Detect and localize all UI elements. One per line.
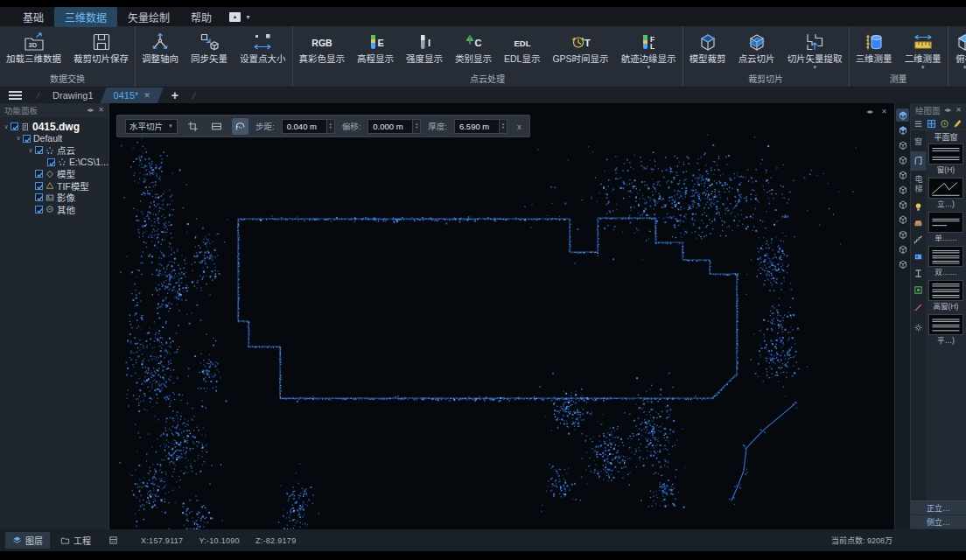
close-icon[interactable]: ✕: [881, 108, 887, 116]
close-icon[interactable]: ✕: [98, 106, 104, 115]
tree-item--[interactable]: 影像: [0, 192, 108, 204]
measure-3d-button[interactable]: 三维测量: [850, 29, 899, 72]
tree-item-0415-dwg[interactable]: ∨0415.dwg: [0, 121, 108, 133]
expander-icon[interactable]: ∨: [26, 147, 35, 154]
visibility-checkbox[interactable]: [35, 206, 43, 214]
rgb-button[interactable]: RGB真彩色显示: [293, 29, 352, 72]
slice-extract-button[interactable]: 切片矢量提取▼: [781, 29, 849, 72]
bottom-tab-工程[interactable]: 工程: [53, 532, 98, 549]
offset-spinner[interactable]: ▲▼: [413, 119, 421, 134]
new-tab-button[interactable]: +: [172, 88, 178, 102]
gps-time-button[interactable]: TGPS时间显示: [546, 29, 614, 72]
pin-icon[interactable]: ◂▸: [944, 106, 951, 115]
view-nw-iso-icon[interactable]: [896, 242, 909, 256]
list-icon[interactable]: [913, 118, 924, 130]
edl-button[interactable]: EDLEDL显示: [498, 29, 546, 72]
menu-item-3[interactable]: 矢量绘制: [117, 7, 180, 27]
catalog-item-3[interactable]: 单……: [928, 212, 963, 243]
view-se-iso-icon[interactable]: [896, 213, 909, 226]
elevation-button[interactable]: E高程显示: [351, 29, 400, 72]
expander-icon[interactable]: ∨: [2, 123, 10, 130]
frame-icon[interactable]: [914, 285, 923, 295]
model-clip-button[interactable]: 模型裁剪: [683, 29, 732, 72]
crop-slice-icon[interactable]: [185, 118, 201, 135]
measure-2d-button[interactable]: 二维测量▼: [899, 29, 948, 72]
step-input[interactable]: 0.040 m: [282, 119, 327, 134]
cloud-slice-button[interactable]: 点云切片: [732, 29, 781, 72]
pan-slice-icon[interactable]: [232, 118, 248, 135]
intensity-button[interactable]: I强度显示: [400, 29, 449, 72]
palette-icon[interactable]: [939, 118, 950, 130]
view-perspective-icon[interactable]: [896, 257, 909, 270]
slice-mode-dropdown[interactable]: 水平切片 ▼: [125, 119, 178, 134]
chevron-down-icon[interactable]: ▼: [812, 65, 817, 72]
chevron-down-icon[interactable]: ▼: [920, 65, 926, 72]
view-back-icon[interactable]: [896, 168, 909, 181]
bottom-tab-图层[interactable]: 图层: [5, 532, 50, 549]
category-tab-1[interactable]: 窗: [911, 132, 926, 151]
view-button-1[interactable]: 正立…: [911, 501, 966, 515]
tree-item-default[interactable]: ∨Default: [0, 133, 108, 145]
visibility-checkbox[interactable]: [47, 158, 55, 166]
bottom-tab-panel[interactable]: [102, 532, 125, 549]
classify-button[interactable]: C类别显示: [449, 29, 498, 72]
view-front-icon[interactable]: [896, 108, 909, 122]
view-top-icon[interactable]: [896, 123, 909, 136]
adjust-axis-button[interactable]: 调整轴向: [136, 29, 185, 72]
hamburger-menu-icon[interactable]: [9, 91, 22, 100]
visibility-checkbox[interactable]: [35, 170, 43, 178]
furniture-icon[interactable]: [914, 219, 923, 228]
gear-icon[interactable]: [914, 323, 923, 332]
lamp-icon[interactable]: [914, 202, 923, 212]
trajectory-button[interactable]: FL航迹边缘显示▼: [615, 29, 682, 72]
catalog-item-2[interactable]: 立…): [928, 178, 963, 209]
pin-icon[interactable]: ◂▸: [87, 106, 94, 115]
tree-item--[interactable]: 模型: [0, 168, 108, 180]
visibility-checkbox[interactable]: [35, 146, 43, 154]
point-size-button[interactable]: 设置点大小: [234, 29, 292, 72]
catalog-item-6[interactable]: 平…): [928, 314, 963, 346]
pin-icon[interactable]: ◂▸: [866, 108, 873, 116]
viewport-3d[interactable]: 水平切片 ▼ 步距: 0.040 m ▲▼ 偏移:: [109, 103, 894, 529]
ribbon-collapse-icon[interactable]: ▲: [229, 12, 241, 22]
catalog-item-1[interactable]: 窗(H): [928, 144, 963, 175]
chevron-down-icon[interactable]: ▼: [646, 65, 651, 72]
visibility-checkbox[interactable]: [35, 193, 43, 201]
menu-item-4[interactable]: 帮助: [180, 7, 222, 27]
catalog-item-5[interactable]: 高窗(H): [928, 280, 963, 312]
grid-icon[interactable]: [926, 118, 937, 130]
tab-close-icon[interactable]: ✕: [144, 91, 150, 100]
category-tab-3[interactable]: 电梯: [914, 171, 923, 199]
load-3d-button[interactable]: 3D加载三维数据: [0, 29, 67, 72]
tab-drawing1[interactable]: Drawing1: [46, 90, 100, 101]
view-bottom-icon[interactable]: [896, 183, 909, 196]
visibility-checkbox[interactable]: [23, 135, 31, 143]
view-ne-iso-icon[interactable]: [896, 228, 909, 241]
step-spinner[interactable]: ▲▼: [327, 119, 335, 134]
catalog-item-4[interactable]: 双……: [928, 246, 963, 277]
tree-item--[interactable]: 其他: [0, 204, 108, 216]
offset-input[interactable]: 0.000 m: [368, 119, 413, 134]
brush-icon[interactable]: [952, 118, 963, 130]
chevron-down-icon[interactable]: ▼: [962, 65, 966, 72]
stairs-icon[interactable]: [914, 235, 923, 245]
chevron-down-icon[interactable]: ▼: [245, 14, 251, 20]
tree-item-tif-[interactable]: TIF模型: [0, 180, 108, 192]
menu-item-2[interactable]: 三维数据: [54, 7, 117, 27]
menu-item-1[interactable]: 基础: [12, 7, 54, 27]
box-select-icon[interactable]: [208, 118, 225, 135]
view-sw-iso-icon[interactable]: [896, 198, 909, 211]
tree-item--[interactable]: ∨点云: [0, 144, 108, 157]
top-view-button[interactable]: 俯视▼: [948, 29, 966, 72]
column-icon[interactable]: [914, 269, 923, 278]
expander-icon[interactable]: ∨: [14, 135, 23, 142]
visibility-checkbox[interactable]: [35, 182, 43, 190]
tree-item-e-cs-1-[interactable]: E:\CS\1...: [0, 157, 108, 169]
category-tab-2[interactable]: 门: [911, 151, 926, 171]
thickness-input[interactable]: 6.590 m: [454, 119, 500, 134]
tag-icon[interactable]: [914, 252, 923, 262]
pen-icon[interactable]: [914, 302, 923, 312]
point-cloud-canvas[interactable]: [109, 103, 894, 529]
visibility-checkbox[interactable]: [10, 122, 18, 130]
tab-0415-active[interactable]: 0415* ✕: [101, 88, 164, 103]
